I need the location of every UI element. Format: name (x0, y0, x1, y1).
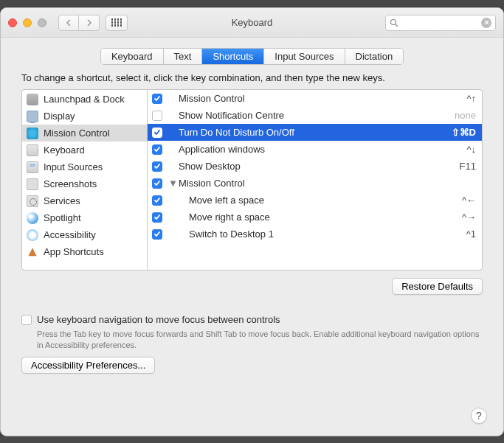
display-icon (27, 111, 38, 122)
shortcut-key[interactable]: ^1 (466, 227, 476, 241)
shortcut-checkbox[interactable] (152, 128, 162, 138)
shortcut-key[interactable]: ⇧⌘D (452, 125, 476, 139)
shortcut-name: Turn Do Not Disturb On/Off (179, 125, 446, 139)
keyboard-prefs-window: Keyboard Keyboard Text Shortcuts Input S… (0, 7, 504, 436)
keyboard-nav-row: Use keyboard navigation to move focus be… (21, 314, 483, 325)
shortcut-name: Mission Control (179, 176, 470, 190)
services-icon (27, 195, 38, 207)
keyboard-icon (27, 144, 38, 156)
restore-defaults-button[interactable]: Restore Defaults (392, 278, 483, 295)
tab-keyboard[interactable]: Keyboard (101, 49, 164, 64)
category-label: Launchpad & Dock (44, 92, 125, 106)
shortcut-key[interactable]: none (455, 108, 476, 122)
titlebar: Keyboard (1, 8, 503, 38)
shortcut-key[interactable]: F11 (460, 159, 476, 173)
forward-button[interactable] (79, 15, 100, 31)
chevron-right-icon (86, 19, 92, 27)
disclosure-triangle-icon[interactable]: ▼ (168, 176, 176, 190)
shortcut-checkbox[interactable] (152, 195, 162, 206)
category-label: Display (44, 109, 75, 123)
category-app-shortcuts[interactable]: App Shortcuts (22, 243, 147, 260)
category-label: Services (44, 194, 80, 208)
tab-dictation[interactable]: Dictation (345, 49, 404, 64)
shortcut-name: Move left a space (189, 193, 456, 207)
search-field[interactable] (385, 15, 496, 31)
category-launchpad[interactable]: Launchpad & Dock (22, 91, 147, 108)
grid-icon (111, 18, 122, 27)
category-keyboard[interactable]: Keyboard (22, 142, 147, 158)
window-title: Keyboard (232, 17, 273, 28)
shortcut-key[interactable]: ^→ (462, 210, 476, 224)
help-button[interactable]: ? (471, 408, 487, 424)
close-window-button[interactable] (8, 18, 17, 27)
keyboard-nav-subtext: Press the Tab key to move focus forwards… (37, 329, 483, 351)
shortcut-name: Mission Control (179, 91, 460, 105)
category-accessibility[interactable]: Accessibility (22, 226, 147, 243)
category-mission-control[interactable]: Mission Control (22, 125, 147, 142)
shortcut-name: Switch to Desktop 1 (189, 227, 460, 241)
show-all-button[interactable] (106, 15, 128, 31)
shortcut-row[interactable]: Move right a space^→ (148, 209, 482, 226)
category-label: Mission Control (44, 126, 110, 140)
shortcut-checkbox[interactable] (152, 111, 162, 121)
accessibility-preferences-button[interactable]: Accessibility Preferences... (21, 357, 155, 374)
category-label: Accessibility (44, 228, 96, 242)
shortcut-checkbox[interactable] (152, 178, 162, 189)
window-controls (8, 18, 46, 27)
shortcut-name: Show Desktop (179, 159, 454, 173)
category-list[interactable]: Launchpad & Dock Display Mission Control… (22, 90, 148, 270)
shortcut-row[interactable]: Mission Control^↑ (148, 90, 482, 107)
shortcut-key[interactable]: ^↑ (466, 91, 476, 105)
category-label: Spotlight (44, 211, 81, 225)
tab-shortcuts[interactable]: Shortcuts (202, 49, 264, 64)
keyboard-nav-label: Use keyboard navigation to move focus be… (37, 314, 280, 325)
svg-point-0 (391, 19, 396, 24)
shortcut-row[interactable]: ▼Mission Control (148, 175, 482, 192)
back-button[interactable] (58, 15, 79, 31)
shortcut-row[interactable]: Show Notification Centrenone (148, 107, 482, 124)
shortcut-checkbox[interactable] (152, 212, 162, 223)
category-spotlight[interactable]: Spotlight (22, 209, 147, 226)
shortcut-row[interactable]: Turn Do Not Disturb On/Off⇧⌘D (148, 124, 482, 141)
svg-line-1 (396, 24, 398, 27)
pane-body: To change a shortcut, select it, click t… (1, 72, 503, 436)
category-label: Input Sources (44, 160, 103, 174)
tab-input-sources[interactable]: Input Sources (264, 49, 345, 64)
shortcut-checkbox[interactable] (152, 94, 162, 104)
keyboard-nav-checkbox[interactable] (21, 315, 32, 325)
x-icon (484, 20, 489, 25)
category-input-sources[interactable]: Input Sources (22, 158, 147, 175)
shortcut-list[interactable]: Mission Control^↑Show Notification Centr… (148, 90, 482, 270)
shortcut-row[interactable]: Show DesktopF11 (148, 158, 482, 175)
shortcut-key[interactable]: ^← (462, 193, 476, 207)
search-clear-button[interactable] (481, 18, 491, 28)
shortcut-checkbox[interactable] (152, 161, 162, 172)
chevron-left-icon (66, 19, 72, 27)
minimize-window-button[interactable] (23, 18, 32, 27)
shortcut-name: Show Notification Centre (179, 108, 449, 122)
category-services[interactable]: Services (22, 192, 147, 209)
category-label: App Shortcuts (44, 245, 104, 259)
tab-text[interactable]: Text (164, 49, 203, 64)
category-label: Screenshots (44, 177, 97, 191)
shortcut-checkbox[interactable] (152, 229, 162, 240)
category-screenshots[interactable]: Screenshots (22, 175, 147, 192)
shortcut-row[interactable]: Move left a space^← (148, 192, 482, 209)
shortcut-name: Move right a space (189, 210, 456, 224)
shortcuts-split: Launchpad & Dock Display Mission Control… (21, 89, 483, 271)
input-sources-icon (27, 161, 38, 173)
shortcut-row[interactable]: Switch to Desktop 1^1 (148, 226, 482, 243)
shortcut-checkbox[interactable] (152, 144, 162, 155)
nav-segmented (58, 15, 100, 31)
zoom-window-button[interactable] (38, 18, 46, 27)
shortcut-key[interactable]: ^↓ (466, 142, 476, 156)
mission-control-icon (27, 128, 38, 139)
category-display[interactable]: Display (22, 108, 147, 125)
spotlight-icon (27, 212, 38, 224)
instruction-text: To change a shortcut, select it, click t… (21, 72, 483, 83)
shortcut-row[interactable]: Application windows^↓ (148, 141, 482, 158)
screenshots-icon (27, 178, 38, 190)
app-shortcuts-icon (27, 246, 38, 258)
shortcut-name: Application windows (179, 142, 460, 156)
accessibility-icon (27, 229, 38, 241)
